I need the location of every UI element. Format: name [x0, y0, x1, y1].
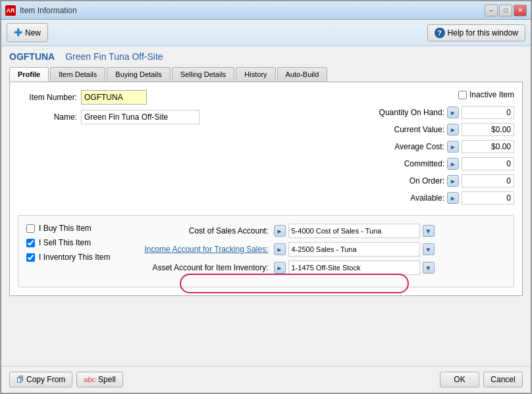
ok-button[interactable]: OK: [440, 372, 479, 387]
committed-arrow[interactable]: ►: [447, 158, 459, 170]
tab-profile[interactable]: Profile: [9, 67, 49, 82]
committed-value[interactable]: [462, 157, 514, 170]
help-label: Help for this window: [448, 28, 518, 37]
current-value-label: Current Value:: [394, 125, 444, 134]
available-row: Available: ►: [330, 191, 514, 205]
new-label: New: [25, 28, 41, 37]
asset-account-input[interactable]: [288, 260, 420, 275]
on-order-arrow[interactable]: ►: [447, 175, 459, 187]
sell-row: I Sell This Item: [26, 238, 111, 247]
item-number-row: Item Number:: [18, 90, 317, 105]
accounts-area: Cost of Sales Account: ► ▼ Income Accoun…: [137, 224, 506, 279]
name-label: Name:: [18, 112, 77, 122]
title-bar-left: AR Item Information: [5, 5, 77, 16]
item-number-input[interactable]: [81, 90, 147, 105]
asset-account-row: Asset Account for Item Inventory: ► ▼: [137, 260, 506, 275]
spell-button[interactable]: abc Spell: [76, 372, 122, 387]
new-icon: ✚: [14, 26, 22, 39]
spell-icon: abc: [84, 376, 95, 383]
income-account-row: Income Account for Tracking Sales: ► ▼: [137, 242, 506, 257]
asset-account-label: Asset Account for Item Inventory:: [137, 263, 269, 272]
asset-account-arrow[interactable]: ►: [274, 262, 286, 274]
form-right: Inactive Item Quantity On Hand: ► Curren…: [330, 90, 514, 209]
available-label: Available:: [410, 193, 444, 203]
inactive-label: Inactive Item: [469, 90, 514, 99]
cost-account-dropdown[interactable]: ▼: [423, 225, 435, 237]
available-value[interactable]: [462, 191, 514, 205]
income-account-dropdown[interactable]: ▼: [423, 243, 435, 255]
bottom-buttons: 🗍 Copy From abc Spell OK Cancel: [1, 366, 531, 393]
income-account-arrow[interactable]: ►: [274, 243, 286, 255]
form-section: Item Number: Name: Inactive Item: [18, 90, 514, 209]
committed-row: Committed: ►: [330, 157, 514, 170]
qty-on-hand-arrow[interactable]: ►: [447, 107, 459, 118]
qty-on-hand-value[interactable]: [462, 106, 514, 119]
tabs: Profile Item Details Buying Details Sell…: [9, 67, 523, 82]
committed-label: Committed:: [404, 159, 444, 168]
ok-label: OK: [454, 375, 465, 384]
spell-label: Spell: [98, 375, 116, 384]
item-name-header: Green Fin Tuna Off-Site: [65, 51, 163, 62]
average-cost-row: Average Cost: ►: [330, 140, 514, 153]
tab-item-details[interactable]: Item Details: [50, 67, 105, 82]
average-cost-value[interactable]: [462, 140, 514, 153]
inactive-row: Inactive Item: [330, 90, 514, 99]
income-account-label: Income Account for Tracking Sales:: [137, 245, 269, 254]
toolbar: ✚ New ? Help for this window: [1, 20, 531, 46]
close-button[interactable]: ✕: [514, 5, 527, 16]
current-value-arrow[interactable]: ►: [447, 124, 459, 135]
sell-checkbox[interactable]: [26, 239, 35, 247]
income-account-input[interactable]: [288, 242, 420, 257]
minimize-button[interactable]: –: [485, 5, 498, 16]
on-order-row: On Order: ►: [330, 174, 514, 187]
bottom-right-buttons: OK Cancel: [440, 372, 523, 387]
tab-content: Item Number: Name: Inactive Item: [9, 82, 523, 296]
name-row: Name:: [18, 110, 317, 124]
inactive-checkbox[interactable]: [458, 91, 467, 99]
item-code: OGFTUNA: [9, 51, 55, 62]
title-bar: AR Item Information – □ ✕: [1, 1, 531, 20]
cost-account-arrow[interactable]: ►: [274, 225, 286, 237]
available-arrow[interactable]: ►: [447, 192, 459, 204]
on-order-value[interactable]: [462, 174, 514, 187]
cost-account-input[interactable]: [288, 224, 420, 238]
cost-account-row: Cost of Sales Account: ► ▼: [137, 224, 506, 238]
asset-account-dropdown[interactable]: ▼: [423, 262, 435, 274]
buy-label: I Buy This Item: [39, 224, 92, 233]
maximize-button[interactable]: □: [499, 5, 512, 16]
copy-icon: 🗍: [16, 376, 24, 383]
sell-label: I Sell This Item: [39, 238, 91, 247]
copy-from-button[interactable]: 🗍 Copy From: [9, 372, 72, 387]
qty-on-hand-label: Quantity On Hand:: [379, 108, 444, 117]
help-button[interactable]: ? Help for this window: [427, 24, 525, 41]
inventory-label: I Inventory This Item: [39, 253, 111, 262]
name-input[interactable]: [81, 110, 200, 124]
item-number-label: Item Number:: [18, 93, 77, 102]
current-value-value[interactable]: [462, 123, 514, 136]
toolbar-left: ✚ New: [7, 23, 48, 42]
average-cost-arrow[interactable]: ►: [447, 141, 459, 153]
cancel-label: Cancel: [491, 375, 515, 384]
inventory-row: I Inventory This Item: [26, 253, 111, 262]
content-area: OGFTUNA Green Fin Tuna Off-Site Profile …: [1, 46, 531, 366]
cost-account-label: Cost of Sales Account:: [137, 226, 269, 235]
checkboxes-area: I Buy This Item I Sell This Item I Inven…: [26, 224, 111, 279]
tab-auto-build[interactable]: Auto-Build: [277, 67, 328, 82]
copy-from-label: Copy From: [26, 375, 65, 384]
cancel-button[interactable]: Cancel: [483, 372, 523, 387]
on-order-label: On Order:: [410, 176, 444, 185]
current-value-row: Current Value: ►: [330, 123, 514, 136]
item-header: OGFTUNA Green Fin Tuna Off-Site: [9, 51, 523, 62]
tab-selling-details[interactable]: Selling Details: [172, 67, 235, 82]
lower-section: I Buy This Item I Sell This Item I Inven…: [18, 215, 514, 287]
buy-row: I Buy This Item: [26, 224, 111, 233]
app-icon: AR: [5, 5, 16, 16]
tab-history[interactable]: History: [236, 67, 275, 82]
new-button[interactable]: ✚ New: [7, 23, 48, 42]
tab-buying-details[interactable]: Buying Details: [107, 67, 170, 82]
inventory-checkbox[interactable]: [26, 253, 35, 262]
buy-checkbox[interactable]: [26, 224, 35, 233]
income-account-link[interactable]: Income Account for Tracking Sales:: [144, 245, 268, 254]
window-title: Item Information: [20, 6, 77, 15]
average-cost-label: Average Cost:: [394, 142, 444, 151]
